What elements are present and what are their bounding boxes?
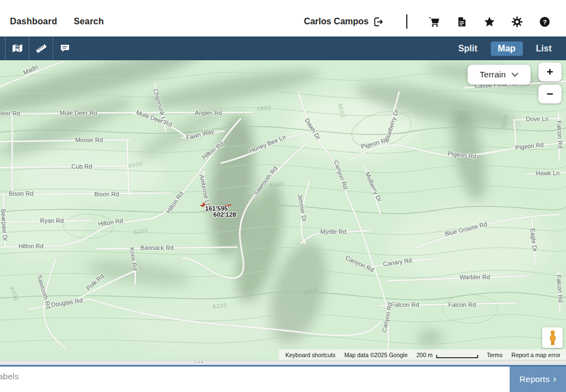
app-header: Dashboard Search Carlos Campos xyxy=(0,0,566,36)
ruler-icon xyxy=(35,43,47,54)
splitter-handle[interactable]: ··· xyxy=(195,358,205,366)
map-data-credit: Map data ©2025 Google xyxy=(344,352,408,358)
user-name: Carlos Campos xyxy=(304,17,369,27)
panel-label: abels xyxy=(0,372,19,381)
comment-tool-button[interactable] xyxy=(53,36,76,60)
map-toolbar: Split Map List xyxy=(0,36,566,60)
chevron-right-icon: › xyxy=(553,374,556,384)
star-icon[interactable] xyxy=(484,16,495,28)
cart-icon[interactable] xyxy=(428,16,440,28)
view-toggle: Split Map List xyxy=(458,36,566,60)
gear-icon[interactable] xyxy=(511,16,523,28)
street-view-pegman[interactable] xyxy=(542,327,563,348)
map-scale: 200 m xyxy=(417,352,478,358)
zoom-in-button[interactable]: + xyxy=(538,62,562,81)
scale-label: 200 m xyxy=(417,352,433,358)
scale-bar xyxy=(436,355,478,358)
panel-splitter[interactable]: ··· xyxy=(0,360,566,365)
chevron-down-icon xyxy=(511,72,518,77)
header-divider xyxy=(406,14,407,29)
help-icon[interactable]: ? xyxy=(539,16,551,28)
map-tool-button[interactable] xyxy=(5,36,29,60)
main-nav: Dashboard Search xyxy=(0,4,104,27)
zoom-out-button[interactable]: − xyxy=(538,85,562,103)
bottom-panel: abels Reports › xyxy=(0,367,566,392)
nav-search[interactable]: Search xyxy=(74,17,104,27)
map-canvas[interactable]: MadriDeer RdMule Deer RdChipmunk LnMule … xyxy=(0,60,566,360)
reports-button-label: Reports xyxy=(520,374,549,384)
logout-icon[interactable] xyxy=(373,16,384,28)
svg-text:?: ? xyxy=(543,18,547,25)
terms-link[interactable]: Terms xyxy=(487,352,503,358)
reports-button[interactable]: Reports › xyxy=(510,367,566,392)
terrain-layer xyxy=(0,60,566,360)
map-type-label: Terrain xyxy=(480,70,506,80)
document-icon[interactable] xyxy=(456,16,468,28)
map-attribution: Keyboard shortcuts Map data ©2025 Google… xyxy=(279,349,566,360)
user-menu[interactable]: Carlos Campos xyxy=(304,16,384,28)
map-type-control[interactable]: Terrain xyxy=(468,65,531,85)
report-error-link[interactable]: Report a map error xyxy=(511,352,560,358)
view-split[interactable]: Split xyxy=(458,44,478,54)
nav-dashboard[interactable]: Dashboard xyxy=(10,17,57,27)
view-map[interactable]: Map xyxy=(491,41,523,56)
measure-tool-button[interactable] xyxy=(29,36,53,60)
map-tool-icon xyxy=(12,43,23,54)
comment-icon xyxy=(59,43,71,54)
view-list[interactable]: List xyxy=(536,44,552,54)
keyboard-shortcuts-link[interactable]: Keyboard shortcuts xyxy=(285,352,335,358)
